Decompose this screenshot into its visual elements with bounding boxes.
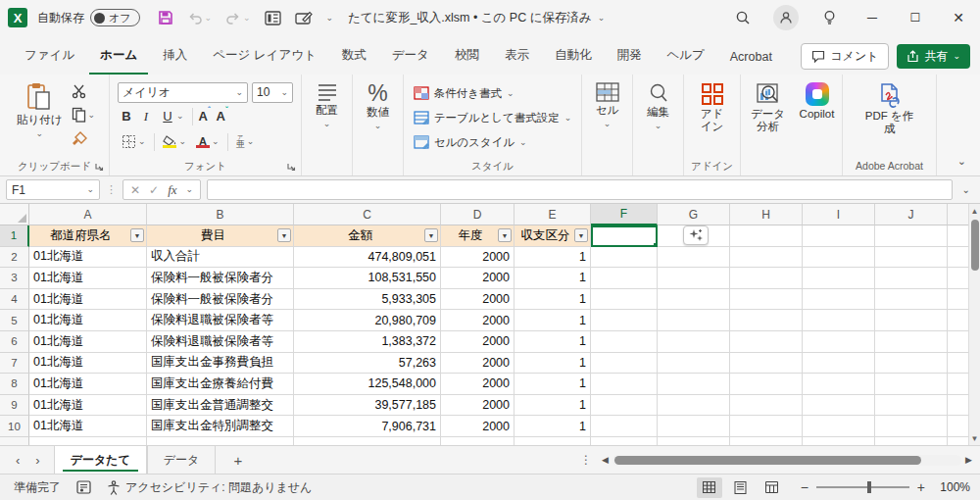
- format-as-table-button[interactable]: テーブルとして書式設定⌄: [410, 106, 576, 129]
- cell-amount[interactable]: 57,263: [294, 353, 441, 375]
- function-dropdown-icon[interactable]: ⌄: [186, 185, 194, 194]
- cell[interactable]: [658, 268, 730, 289]
- share-button[interactable]: 共有⌄: [897, 44, 970, 69]
- cell[interactable]: [948, 395, 968, 417]
- row-header[interactable]: 7: [0, 353, 29, 375]
- cell[interactable]: [658, 395, 730, 417]
- cell[interactable]: [948, 247, 968, 269]
- normal-view-button[interactable]: [697, 477, 722, 498]
- cell[interactable]: [803, 225, 875, 247]
- cell[interactable]: [658, 225, 730, 247]
- zoom-in-icon[interactable]: +: [917, 479, 925, 495]
- cell-item[interactable]: 保険料退職被保険者等: [147, 331, 294, 353]
- filter-icon[interactable]: ▼: [130, 228, 144, 242]
- cell[interactable]: [730, 416, 803, 437]
- cell-year[interactable]: 2000: [441, 310, 514, 331]
- cell[interactable]: [875, 331, 948, 353]
- cell-amount[interactable]: 7,906,731: [294, 416, 441, 437]
- horizontal-scroll-thumb[interactable]: [614, 456, 921, 465]
- cell[interactable]: [591, 310, 658, 331]
- sheet-prev-icon[interactable]: ‹: [16, 453, 20, 468]
- cell[interactable]: [658, 374, 730, 395]
- cell[interactable]: [803, 416, 875, 437]
- filter-icon[interactable]: ▼: [498, 228, 512, 242]
- cell-category[interactable]: 1: [514, 374, 591, 395]
- zoom-level[interactable]: 100%: [931, 480, 970, 494]
- vertical-scrollbar[interactable]: ▲ ▼: [968, 204, 980, 445]
- comments-button[interactable]: コメント: [801, 43, 889, 70]
- ribbon-tab[interactable]: ファイル: [14, 40, 85, 75]
- cell[interactable]: [658, 353, 730, 375]
- ribbon-tab[interactable]: ホーム: [89, 40, 148, 75]
- cell[interactable]: [658, 247, 730, 269]
- horizontal-scrollbar[interactable]: ◀ ▶: [598, 446, 980, 474]
- cell[interactable]: [658, 416, 730, 437]
- cell-category[interactable]: 1: [514, 395, 591, 417]
- header-cell-amount[interactable]: 金額▼: [294, 225, 441, 247]
- undo-button[interactable]: ⌄: [187, 11, 213, 25]
- cell-item[interactable]: 国庫支出金事務費負担: [147, 353, 294, 375]
- row-header[interactable]: 10: [0, 416, 29, 437]
- cell-amount[interactable]: 125,548,000: [294, 374, 441, 395]
- data-analysis-button[interactable]: データ分析: [744, 78, 793, 137]
- format-painter-button[interactable]: [70, 128, 98, 148]
- cell[interactable]: [730, 247, 803, 269]
- cell-amount[interactable]: 108,531,550: [294, 268, 441, 289]
- cell-year[interactable]: 2000: [441, 289, 514, 311]
- cells-button[interactable]: セル⌄: [591, 78, 624, 132]
- cell[interactable]: [875, 268, 948, 289]
- enter-formula-icon[interactable]: ✓: [149, 183, 159, 197]
- conditional-formatting-button[interactable]: 条件付き書式⌄: [410, 81, 576, 105]
- account-button[interactable]: [764, 0, 808, 35]
- cell-category[interactable]: 1: [514, 310, 591, 331]
- column-header[interactable]: E: [514, 204, 591, 225]
- expand-formula-bar-icon[interactable]: ⌄: [958, 185, 974, 195]
- sheet-tab[interactable]: データ: [147, 446, 217, 474]
- cell[interactable]: [948, 310, 968, 331]
- document-title[interactable]: たてに変形_収入.xlsm • この PC に保存済み⌄: [348, 0, 605, 35]
- cell[interactable]: [591, 353, 658, 375]
- page-layout-view-button[interactable]: [728, 477, 754, 498]
- zoom-thumb[interactable]: [867, 481, 871, 493]
- cell-prefecture[interactable]: 01北海道: [29, 353, 147, 375]
- cell-year[interactable]: 2000: [441, 268, 514, 289]
- cell[interactable]: [658, 310, 730, 331]
- row-header[interactable]: 8: [0, 374, 29, 395]
- cell-category[interactable]: 1: [514, 416, 591, 437]
- copilot-button[interactable]: Copilot: [795, 78, 840, 125]
- addins-button[interactable]: アドイン: [691, 78, 734, 137]
- cell-item[interactable]: 国庫支出金普通調整交: [147, 395, 294, 417]
- cell[interactable]: [875, 225, 948, 247]
- phonetic-guide-button[interactable]: ア 亜 ⌄: [234, 132, 257, 152]
- cell[interactable]: [803, 395, 875, 417]
- ribbon-tab[interactable]: ページ レイアウト: [202, 40, 327, 75]
- cell-item[interactable]: 収入合計: [147, 247, 294, 269]
- cell[interactable]: [658, 289, 730, 311]
- number-format-button[interactable]: % 数値⌄: [362, 78, 394, 134]
- tips-button[interactable]: [808, 0, 851, 35]
- cell-prefecture[interactable]: 01北海道: [29, 247, 147, 269]
- column-header[interactable]: H: [730, 204, 803, 225]
- column-header[interactable]: A: [29, 204, 147, 225]
- cell[interactable]: [591, 268, 658, 289]
- cell-prefecture[interactable]: 01北海道: [29, 374, 147, 395]
- underline-button[interactable]: U⌄: [159, 107, 186, 126]
- cell[interactable]: [730, 374, 803, 395]
- alignment-button[interactable]: 配置⌄: [311, 78, 343, 132]
- cell-item[interactable]: 保険料一般被保険者分: [147, 268, 294, 289]
- cell[interactable]: [730, 225, 803, 247]
- qat-more-icon[interactable]: ⌄: [326, 14, 334, 23]
- header-cell-year[interactable]: 年度▼: [441, 225, 514, 247]
- cell[interactable]: [803, 374, 875, 395]
- cell[interactable]: [591, 374, 658, 395]
- sheet-tab[interactable]: データたて: [54, 446, 147, 474]
- cell-prefecture[interactable]: 01北海道: [29, 395, 147, 417]
- header-cell-category[interactable]: 収支区分▼: [514, 225, 591, 247]
- clipboard-dialog-launcher[interactable]: [94, 162, 104, 172]
- cell[interactable]: [948, 416, 968, 437]
- cell[interactable]: [591, 416, 658, 437]
- cell[interactable]: [875, 247, 948, 269]
- name-box[interactable]: F1⌄: [6, 179, 100, 200]
- row-header[interactable]: 6: [0, 331, 29, 353]
- cell-prefecture[interactable]: 01北海道: [29, 289, 147, 311]
